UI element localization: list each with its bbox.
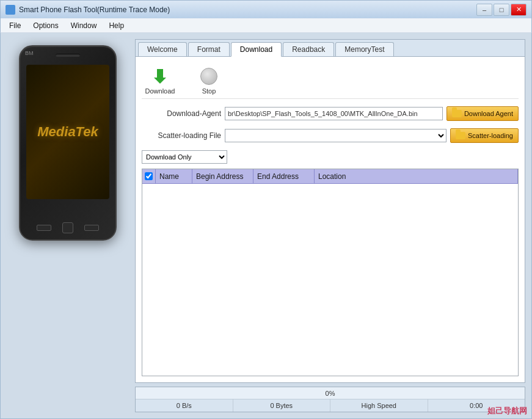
scatter-loading-button[interactable]: Scatter-loading — [450, 128, 519, 143]
progress-label: 0% — [326, 390, 335, 397]
stop-icon — [199, 67, 219, 86]
main-window: BM MediaTek Welcome Format Download R — [0, 33, 532, 419]
minimize-button[interactable]: – — [476, 4, 492, 16]
th-begin: Begin Address — [192, 169, 253, 183]
phone-panel: BM MediaTek — [1, 33, 135, 418]
scatter-label: Scatter-loading File — [142, 131, 221, 140]
select-all-checkbox[interactable] — [145, 172, 153, 180]
download-icon — [150, 67, 170, 86]
tab-welcome[interactable]: Welcome — [138, 42, 187, 56]
table-header-checkbox — [142, 169, 156, 183]
progress-row: 0% — [136, 387, 525, 399]
stat-bytes: 0 Bytes — [233, 399, 331, 412]
phone-home-button — [62, 222, 73, 233]
tab-readback[interactable]: Readback — [283, 42, 334, 56]
tab-panel: Welcome Format Download Readback MemoryT… — [135, 39, 525, 383]
phone-bm-label: BM — [25, 50, 34, 56]
menu-bar: File Options Window Help — [0, 18, 532, 33]
app-icon — [5, 5, 15, 15]
svg-marker-1 — [154, 78, 166, 84]
th-name: Name — [156, 169, 192, 183]
phone-bottom-bar — [37, 222, 99, 233]
menu-window[interactable]: Window — [65, 20, 103, 31]
download-agent-btn-label: Download Agent — [464, 110, 513, 117]
phone-speaker — [56, 54, 80, 57]
menu-file[interactable]: File — [3, 20, 27, 31]
table-header: Name Begin Address End Address Location — [142, 169, 518, 184]
scatter-loading-row: Scatter-loading File Scatter-loading — [142, 128, 519, 143]
mode-dropdown-row: Download Only Firmware Upgrade Format Al… — [142, 150, 519, 164]
stop-label: Stop — [202, 87, 216, 95]
download-label: Download — [145, 87, 175, 95]
download-agent-label: Download-Agent — [142, 109, 221, 118]
phone-screen: MediaTek — [26, 65, 109, 199]
status-bar: 0% 0 B/s 0 Bytes High Speed 0:00 — [135, 387, 525, 412]
close-button[interactable]: ✕ — [511, 4, 527, 16]
table-body — [142, 184, 518, 306]
folder-icon — [452, 110, 462, 117]
download-button[interactable]: Download — [142, 67, 178, 95]
scatter-loading-select[interactable] — [225, 129, 446, 142]
stop-button[interactable]: Stop — [191, 67, 227, 95]
title-buttons: – □ ✕ — [476, 4, 527, 16]
th-end: End Address — [253, 169, 315, 183]
scatter-btn-label: Scatter-loading — [468, 132, 513, 139]
tab-bar: Welcome Format Download Readback MemoryT… — [136, 40, 525, 57]
file-table: Name Begin Address End Address Location — [142, 169, 519, 376]
title-bar: Smart Phone Flash Tool(Runtime Trace Mod… — [0, 0, 532, 18]
mediatek-logo: MediaTek — [37, 124, 98, 140]
tab-memorytest[interactable]: MemoryTest — [335, 42, 393, 56]
stats-row: 0 B/s 0 Bytes High Speed 0:00 — [136, 399, 525, 412]
folder-icon-scatter — [456, 132, 465, 139]
download-agent-input[interactable] — [225, 107, 443, 120]
tab-content-download: Download Stop Download-Agent — [136, 57, 525, 382]
phone-left-button — [37, 225, 51, 231]
window-title: Smart Phone Flash Tool(Runtime Trace Mod… — [19, 5, 476, 14]
svg-rect-0 — [157, 69, 163, 78]
tab-download[interactable]: Download — [231, 42, 282, 57]
maximize-button[interactable]: □ — [494, 4, 509, 16]
phone-right-button — [84, 225, 99, 231]
tab-format[interactable]: Format — [188, 42, 230, 56]
mode-select[interactable]: Download Only Firmware Upgrade Format Al… — [142, 150, 227, 164]
stat-speed: 0 B/s — [136, 399, 233, 412]
toolbar: Download Stop — [142, 63, 519, 99]
download-agent-row: Download-Agent Download Agent — [142, 106, 519, 121]
phone-device: BM MediaTek — [19, 45, 117, 241]
stat-mode: High Speed — [330, 399, 428, 412]
menu-options[interactable]: Options — [27, 20, 64, 31]
phone-screen-inner: MediaTek — [26, 65, 109, 199]
right-content: Welcome Format Download Readback MemoryT… — [135, 33, 531, 418]
download-agent-button[interactable]: Download Agent — [446, 106, 519, 121]
th-location: Location — [315, 169, 518, 183]
menu-help[interactable]: Help — [103, 20, 130, 31]
watermark: 妲己导航网 — [487, 406, 527, 417]
